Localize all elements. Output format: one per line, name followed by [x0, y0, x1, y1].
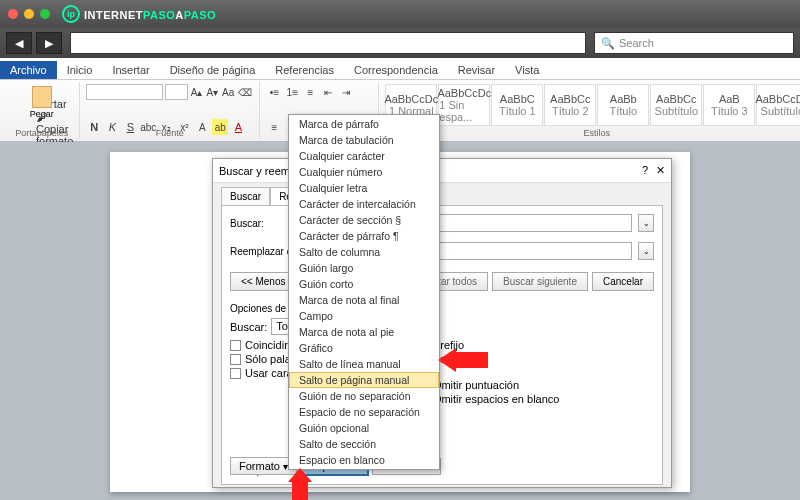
- tab-layout[interactable]: Diseño de página: [160, 61, 266, 79]
- special-menu-item[interactable]: Marca de párrafo: [289, 116, 439, 132]
- svg-marker-0: [438, 348, 488, 372]
- whole-words-checkbox[interactable]: [230, 354, 241, 365]
- style-box[interactable]: AaBbCcDcSubtítulo: [756, 84, 800, 126]
- tab-view[interactable]: Vista: [505, 61, 549, 79]
- find-next-button[interactable]: Buscar siguiente: [492, 272, 588, 291]
- increase-indent-button[interactable]: ⇥: [338, 84, 354, 100]
- tab-home[interactable]: Inicio: [57, 61, 103, 79]
- tab-file[interactable]: Archivo: [0, 61, 57, 79]
- wildcards-checkbox[interactable]: [230, 368, 241, 379]
- mac-close-button[interactable]: [8, 9, 18, 19]
- logo-icon: ip: [62, 5, 80, 23]
- close-icon[interactable]: ✕: [656, 164, 665, 177]
- style-box[interactable]: AaBTítulo 3: [703, 84, 755, 126]
- logo-text-d: PASO: [184, 9, 216, 21]
- numbering-button[interactable]: 1≡: [284, 84, 300, 100]
- browser-titlebar: ip INTERNETPASOAPASO: [0, 0, 800, 28]
- style-box[interactable]: AaBbCcDc1 Sin espa...: [438, 84, 490, 126]
- spaces-label: Omitir espacios en blanco: [433, 393, 560, 405]
- special-menu-item[interactable]: Cualquier letra: [289, 180, 439, 196]
- dialog-tab-find[interactable]: Buscar: [221, 187, 270, 205]
- special-menu-item[interactable]: Espacio de no separación: [289, 404, 439, 420]
- bullets-button[interactable]: •≡: [266, 84, 282, 100]
- change-case-icon[interactable]: Aa: [221, 84, 235, 100]
- style-box[interactable]: AaBbCcTítulo 2: [544, 84, 596, 126]
- font-size-select[interactable]: [165, 84, 188, 100]
- style-box[interactable]: AaBbCcSubtítulo: [650, 84, 702, 126]
- style-box[interactable]: AaBbCTítulo 1: [491, 84, 543, 126]
- special-menu-item[interactable]: Salto de sección: [289, 436, 439, 452]
- font-family-select[interactable]: [86, 84, 163, 100]
- punctuation-label: Omitir puntuación: [433, 379, 519, 391]
- clipboard-group: Pegar ✂ Cortar 🖌 Copiar formato Portapap…: [4, 82, 80, 139]
- styles-group: AaBbCcDc1 NormalAaBbCcDc1 Sin espa...AaB…: [379, 82, 800, 139]
- dialog-titlebar[interactable]: Buscar y reemplazar ? ✕: [213, 159, 671, 183]
- special-dropdown-menu: Marca de párrafoMarca de tabulaciónCualq…: [288, 114, 440, 470]
- search-icon: 🔍: [601, 37, 615, 50]
- logo-text-c: A: [175, 9, 183, 21]
- style-box[interactable]: AaBbTítulo: [597, 84, 649, 126]
- tab-review[interactable]: Revisar: [448, 61, 505, 79]
- special-menu-item[interactable]: Espacio en blanco: [289, 452, 439, 468]
- special-menu-item[interactable]: Salto de página manual: [289, 372, 439, 388]
- search-placeholder: Search: [619, 37, 654, 49]
- tab-references[interactable]: Referencias: [265, 61, 344, 79]
- shrink-font-icon[interactable]: A▾: [205, 84, 219, 100]
- font-group: A▴ A▾ Aa ⌫ N K S abc x₂ x² A ab A Fuente: [80, 82, 260, 139]
- tab-insert[interactable]: Insertar: [102, 61, 159, 79]
- special-menu-item[interactable]: Guión de no separación: [289, 388, 439, 404]
- multilevel-button[interactable]: ≡: [302, 84, 318, 100]
- special-menu-item[interactable]: Marca de nota al pie: [289, 324, 439, 340]
- special-menu-item[interactable]: Carácter de intercalación: [289, 196, 439, 212]
- special-menu-item[interactable]: Guión largo: [289, 260, 439, 276]
- styles-label: Estilos: [379, 128, 800, 138]
- special-menu-item[interactable]: Gráfico: [289, 340, 439, 356]
- special-menu-item[interactable]: Cualquier carácter: [289, 148, 439, 164]
- match-case-checkbox[interactable]: [230, 340, 241, 351]
- mac-minimize-button[interactable]: [24, 9, 34, 19]
- special-menu-item[interactable]: Carácter de párrafo ¶: [289, 228, 439, 244]
- special-menu-item[interactable]: Salto de columna: [289, 244, 439, 260]
- cancel-button[interactable]: Cancelar: [592, 272, 654, 291]
- align-left-button[interactable]: ≡: [266, 119, 282, 135]
- mac-maximize-button[interactable]: [40, 9, 50, 19]
- special-menu-item[interactable]: Campo: [289, 308, 439, 324]
- special-menu-item[interactable]: Cualquier número: [289, 164, 439, 180]
- find-replace-dialog: Buscar y reemplazar ? ✕ Buscar Reemplaza…: [212, 158, 672, 488]
- svg-marker-1: [288, 468, 312, 500]
- help-icon[interactable]: ?: [642, 164, 648, 177]
- tab-mail[interactable]: Correspondencia: [344, 61, 448, 79]
- clear-format-icon[interactable]: ⌫: [237, 84, 253, 100]
- less-button[interactable]: << Menos: [230, 272, 296, 291]
- special-menu-item[interactable]: Marca de nota al final: [289, 292, 439, 308]
- special-menu-item[interactable]: Salto de línea manual: [289, 356, 439, 372]
- search-direction-label: Buscar:: [230, 321, 267, 333]
- special-button-arrow-icon: [288, 468, 312, 500]
- decrease-indent-button[interactable]: ⇤: [320, 84, 336, 100]
- url-input[interactable]: [70, 32, 586, 54]
- ribbon-tabs: Archivo Inicio Insertar Diseño de página…: [0, 58, 800, 80]
- grow-font-icon[interactable]: A▴: [190, 84, 204, 100]
- special-menu-item[interactable]: Carácter de sección §: [289, 212, 439, 228]
- paste-icon: [32, 86, 52, 108]
- browser-nav: ◀ ▶ 🔍 Search: [0, 28, 800, 58]
- special-menu-item[interactable]: Guión corto: [289, 276, 439, 292]
- format-button[interactable]: Formato ▾: [230, 457, 297, 475]
- find-dropdown-icon[interactable]: ⌄: [638, 214, 654, 232]
- forward-button[interactable]: ▶: [36, 32, 62, 54]
- logo-text-a: INTERNET: [84, 9, 143, 21]
- replace-dropdown-icon[interactable]: ⌄: [638, 242, 654, 260]
- special-menu-item[interactable]: Guión opcional: [289, 420, 439, 436]
- highlight-arrow-icon: [438, 348, 488, 372]
- search-input[interactable]: 🔍 Search: [594, 32, 794, 54]
- back-button[interactable]: ◀: [6, 32, 32, 54]
- font-label: Fuente: [80, 128, 259, 138]
- site-logo: ip INTERNETPASOAPASO: [62, 5, 216, 23]
- logo-text-b: PASO: [143, 9, 175, 21]
- clipboard-label: Portapapeles: [4, 128, 79, 138]
- special-menu-item[interactable]: Marca de tabulación: [289, 132, 439, 148]
